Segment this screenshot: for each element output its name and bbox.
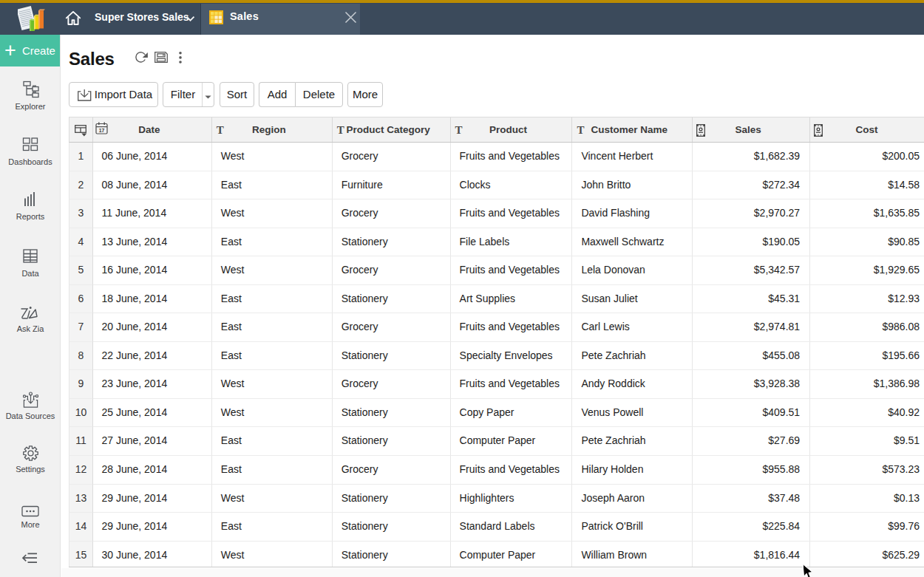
svg-text:17: 17: [99, 128, 105, 133]
